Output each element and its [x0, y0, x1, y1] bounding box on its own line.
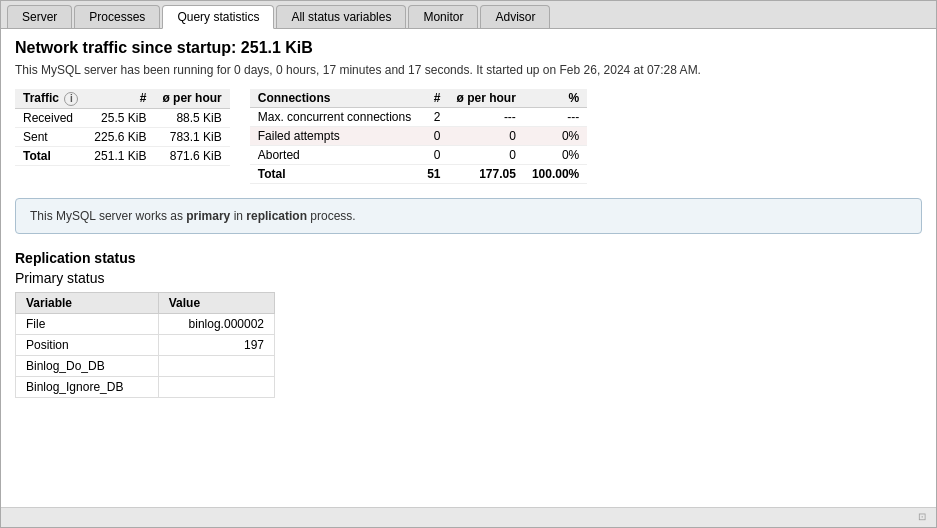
conn-label: Total	[250, 165, 419, 184]
conn-label: Max. concurrent connections	[250, 108, 419, 127]
tab-server[interactable]: Server	[7, 5, 72, 28]
repl-value: 197	[158, 335, 274, 356]
tab-advisor[interactable]: Advisor	[480, 5, 550, 28]
info-bold-replication: replication	[246, 209, 307, 223]
traffic-count: 251.1 KiB	[86, 146, 154, 165]
traffic-perhour: 88.5 KiB	[154, 108, 229, 127]
traffic-perhour: 871.6 KiB	[154, 146, 229, 165]
conn-pct: 0%	[524, 127, 587, 146]
traffic-label: Received	[15, 108, 86, 127]
table-row: Received 25.5 KiB 88.5 KiB	[15, 108, 230, 127]
conn-count-header: #	[419, 89, 448, 108]
conn-count: 0	[419, 146, 448, 165]
table-row: Failed attempts 0 0 0%	[250, 127, 588, 146]
table-row: File binlog.000002	[16, 314, 275, 335]
traffic-label: Sent	[15, 127, 86, 146]
replication-section-title: Replication status	[15, 250, 922, 266]
table-row: Sent 225.6 KiB 783.1 KiB	[15, 127, 230, 146]
conn-count: 51	[419, 165, 448, 184]
replication-sub-title: Primary status	[15, 270, 922, 286]
info-box: This MySQL server works as primary in re…	[15, 198, 922, 234]
conn-perhour: 0	[449, 127, 524, 146]
bottom-bar: ⊡	[1, 507, 936, 527]
traffic-count: 225.6 KiB	[86, 127, 154, 146]
conn-perhour-header: ø per hour	[449, 89, 524, 108]
info-text-middle: in	[230, 209, 246, 223]
traffic-table: Traffic i # ø per hour Received 25.5 KiB…	[15, 89, 230, 184]
main-window: Server Processes Query statistics All st…	[0, 0, 937, 528]
connections-table: Connections # ø per hour % Max. concurre…	[250, 89, 588, 184]
replication-table: Variable Value File binlog.000002 Positi…	[15, 292, 275, 398]
conn-pct: 100.00%	[524, 165, 587, 184]
traffic-perhour: 783.1 KiB	[154, 127, 229, 146]
table-row: Total 251.1 KiB 871.6 KiB	[15, 146, 230, 165]
table-row: Aborted 0 0 0%	[250, 146, 588, 165]
table-row: Binlog_Do_DB	[16, 356, 275, 377]
tab-query-statistics[interactable]: Query statistics	[162, 5, 274, 29]
conn-count: 2	[419, 108, 448, 127]
repl-variable: Position	[16, 335, 159, 356]
repl-variable: File	[16, 314, 159, 335]
conn-perhour: ---	[449, 108, 524, 127]
tab-all-status[interactable]: All status variables	[276, 5, 406, 28]
conn-label: Aborted	[250, 146, 419, 165]
tab-bar: Server Processes Query statistics All st…	[1, 1, 936, 29]
conn-pct-header: %	[524, 89, 587, 108]
conn-label: Failed attempts	[250, 127, 419, 146]
page-title: Network traffic since startup: 251.1 KiB	[15, 39, 922, 57]
resize-handle[interactable]: ⊡	[918, 511, 932, 525]
tab-processes[interactable]: Processes	[74, 5, 160, 28]
main-content: Network traffic since startup: 251.1 KiB…	[1, 29, 936, 408]
traffic-label: Total	[15, 146, 86, 165]
conn-pct: ---	[524, 108, 587, 127]
info-text-before: This MySQL server works as	[30, 209, 186, 223]
info-text-after: process.	[307, 209, 356, 223]
conn-label-header: Connections	[250, 89, 419, 108]
traffic-section: Traffic i # ø per hour Received 25.5 KiB…	[15, 89, 922, 184]
repl-variable: Binlog_Do_DB	[16, 356, 159, 377]
repl-variable: Binlog_Ignore_DB	[16, 377, 159, 398]
traffic-col-header: Traffic i	[15, 89, 86, 108]
tab-monitor[interactable]: Monitor	[408, 5, 478, 28]
traffic-perhour-header: ø per hour	[154, 89, 229, 108]
table-row: Total 51 177.05 100.00%	[250, 165, 588, 184]
conn-count: 0	[419, 127, 448, 146]
repl-value: binlog.000002	[158, 314, 274, 335]
traffic-count-header: #	[86, 89, 154, 108]
conn-perhour: 177.05	[449, 165, 524, 184]
traffic-count: 25.5 KiB	[86, 108, 154, 127]
table-row: Position 197	[16, 335, 275, 356]
repl-variable-header: Variable	[16, 293, 159, 314]
table-row: Max. concurrent connections 2 --- ---	[250, 108, 588, 127]
subtitle: This MySQL server has been running for 0…	[15, 63, 922, 77]
table-row: Binlog_Ignore_DB	[16, 377, 275, 398]
conn-perhour: 0	[449, 146, 524, 165]
conn-pct: 0%	[524, 146, 587, 165]
traffic-info-icon[interactable]: i	[64, 92, 78, 106]
repl-value	[158, 356, 274, 377]
info-bold-primary: primary	[186, 209, 230, 223]
repl-value-header: Value	[158, 293, 274, 314]
repl-value	[158, 377, 274, 398]
